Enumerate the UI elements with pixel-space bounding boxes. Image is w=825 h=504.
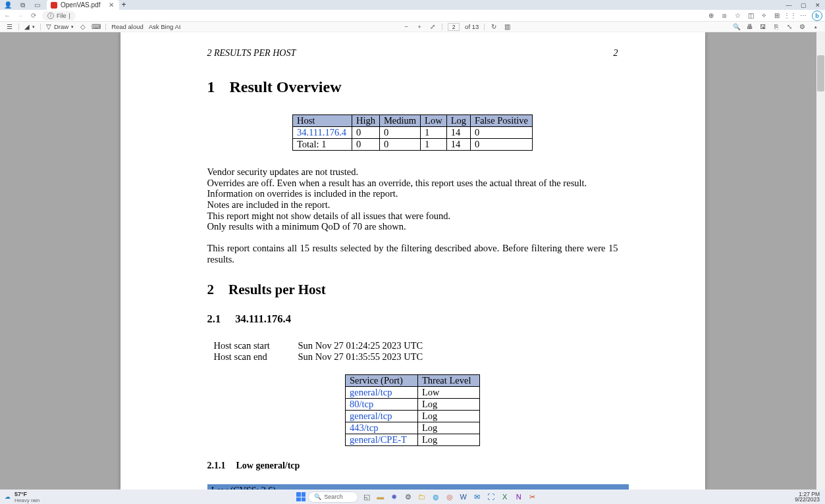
- refresh-button[interactable]: ⟳: [29, 11, 38, 20]
- tab-actions-icon[interactable]: ▭: [32, 1, 41, 10]
- taskbar-app-excel[interactable]: X: [499, 491, 510, 503]
- taskbar-app-edge[interactable]: ◍: [430, 491, 441, 503]
- taskbar-app-snip[interactable]: ✂: [527, 491, 538, 503]
- cell-service[interactable]: 443/tcp: [346, 422, 418, 434]
- taskbar-app-store[interactable]: ⛶: [485, 491, 496, 503]
- col-log: Log: [446, 115, 470, 127]
- section-2-1-heading: 2.134.111.176.4: [207, 313, 618, 326]
- pdf-page: 2 RESULTS PER HOST 2 1Result Overview Ho…: [120, 32, 705, 490]
- taskbar-clock[interactable]: 1:27 PM 9/22/2023: [795, 491, 825, 503]
- cell-high: 0: [352, 127, 379, 139]
- pdf-toolbar-center: − + ⤢ 2 of 13 ↻ ▥: [402, 23, 511, 31]
- vertical-scrollbar[interactable]: [816, 32, 825, 490]
- scroll-thumb[interactable]: [817, 55, 824, 91]
- paragraph: Only results with a minimum QoD of 70 ar…: [207, 221, 618, 232]
- extensions-icon[interactable]: ⋮⋮: [785, 11, 795, 20]
- cell-host[interactable]: 34.111.176.4: [292, 127, 352, 139]
- paragraph: This report contains all 15 results sele…: [207, 243, 618, 265]
- cell-high: 0: [352, 139, 379, 151]
- draw-tool[interactable]: ▽ Draw ▾: [46, 23, 74, 30]
- collections-icon[interactable]: ⊞: [772, 11, 782, 20]
- taskbar-app-chrome[interactable]: ◎: [444, 491, 455, 503]
- taskbar-app-taskview[interactable]: ◱: [361, 491, 372, 503]
- ask-bing-ai-button[interactable]: Ask Bing AI: [149, 23, 181, 30]
- print-icon[interactable]: 🖶: [746, 23, 754, 31]
- tab-close-icon[interactable]: ✕: [109, 1, 114, 9]
- running-header: 2 RESULTS PER HOST 2: [207, 48, 618, 59]
- section-number: 2.1.1: [207, 461, 226, 470]
- taskbar-app-settings[interactable]: ⚙: [402, 491, 413, 503]
- maximize-button[interactable]: ▢: [796, 0, 811, 10]
- cell-service[interactable]: general/tcp: [346, 387, 418, 399]
- collapse-toolbar-icon[interactable]: ▴: [812, 23, 820, 31]
- new-tab-button[interactable]: +: [119, 0, 128, 10]
- taskbar-app-explorer[interactable]: ▬: [375, 491, 386, 503]
- table-row: 34.111.176.4 0 0 1 14 0: [292, 127, 532, 139]
- browser-tab-active[interactable]: OpenVAS.pdf ✕: [47, 0, 119, 10]
- fullscreen-icon[interactable]: ⤡: [785, 23, 793, 31]
- taskbar-search[interactable]: 🔍 Search: [308, 491, 358, 503]
- cell-level: Log: [418, 411, 480, 422]
- col-fp: False Positive: [471, 115, 533, 127]
- taskbar-weather[interactable]: ☁ 57°F Heavy rain: [0, 491, 40, 503]
- taskbar-app-word[interactable]: W: [458, 491, 469, 503]
- profile-icon[interactable]: 👤: [3, 1, 13, 10]
- table-row: general/CPE-TLog: [346, 434, 480, 446]
- taskbar-app-teams[interactable]: ✹: [388, 491, 400, 503]
- address-input[interactable]: i File |: [42, 11, 76, 20]
- read-aloud-button[interactable]: Read aloud: [111, 23, 144, 30]
- paragraph: Information on overrides is included in …: [207, 188, 618, 199]
- cell-service[interactable]: general/CPE-T: [346, 434, 418, 446]
- contents-icon[interactable]: ☰: [5, 23, 13, 31]
- close-button[interactable]: ✕: [811, 0, 825, 10]
- scan-times: Host scan start Sun Nov 27 01:24:25 2023…: [214, 340, 618, 363]
- scan-end-label: Host scan end: [214, 351, 286, 363]
- start-button[interactable]: [296, 492, 306, 501]
- site-info-icon[interactable]: i: [47, 13, 54, 19]
- save-icon[interactable]: 🖫: [759, 23, 767, 31]
- bing-chat-icon[interactable]: b: [812, 11, 822, 21]
- rotate-icon[interactable]: ↻: [490, 23, 498, 31]
- highlight-tool[interactable]: ◢▾: [24, 23, 35, 30]
- table-header-row: Service (Port) Threat Level: [346, 375, 480, 387]
- cell-service[interactable]: general/tcp: [346, 411, 418, 422]
- page-view-icon[interactable]: ▥: [503, 23, 511, 31]
- col-host: Host: [292, 115, 352, 127]
- save-as-icon[interactable]: ⎘: [772, 23, 780, 31]
- pdf-viewport[interactable]: 2 RESULTS PER HOST 2 1Result Overview Ho…: [0, 32, 825, 490]
- favorites-bar-icon[interactable]: ✧: [759, 11, 768, 20]
- address-scheme: File: [57, 13, 67, 19]
- search-icon[interactable]: 🔍: [733, 23, 741, 31]
- erase-tool[interactable]: ◇: [79, 23, 87, 31]
- workspaces-icon[interactable]: ⧉: [18, 1, 27, 10]
- back-button[interactable]: ←: [3, 11, 12, 20]
- favorite-icon[interactable]: ☆: [733, 11, 742, 20]
- taskbar-app-files[interactable]: 🗀: [416, 491, 427, 503]
- settings-icon[interactable]: ⚙: [799, 23, 807, 31]
- section-2-heading: 2Results per Host: [207, 282, 618, 298]
- minimize-button[interactable]: —: [782, 0, 796, 10]
- col-low: Low: [421, 115, 447, 127]
- forward-button[interactable]: →: [16, 11, 25, 20]
- paragraph: Vendor security updates are not trusted.: [207, 166, 618, 178]
- section-title: 34.111.176.4: [235, 313, 291, 325]
- taskbar-app-onenote[interactable]: N: [513, 491, 524, 503]
- split-screen-icon[interactable]: ◫: [746, 11, 755, 20]
- page-number-input[interactable]: 2: [448, 23, 460, 31]
- text-tool[interactable]: ⌨: [92, 23, 100, 31]
- cell-low: 1: [421, 139, 447, 151]
- cell-log: 14: [446, 139, 470, 151]
- zoom-out-button[interactable]: −: [402, 23, 410, 31]
- table-row: general/tcpLog: [346, 411, 480, 422]
- shopping-icon[interactable]: ⧇: [720, 11, 729, 20]
- fit-page-icon[interactable]: ⤢: [429, 23, 437, 31]
- running-head-right: 2: [614, 48, 618, 59]
- scan-start-label: Host scan start: [214, 340, 286, 351]
- more-icon[interactable]: ⋯: [799, 11, 808, 20]
- pdf-toolbar: ☰ ◢▾ ▽ Draw ▾ ◇ ⌨ Read aloud Ask Bing AI…: [0, 22, 825, 32]
- zoom-icon[interactable]: ⊕: [706, 11, 716, 20]
- section-1-heading: 1Result Overview: [207, 78, 618, 96]
- zoom-in-button[interactable]: +: [415, 23, 423, 31]
- cell-service[interactable]: 80/tcp: [346, 399, 418, 411]
- taskbar-app-outlook[interactable]: ✉: [471, 491, 483, 503]
